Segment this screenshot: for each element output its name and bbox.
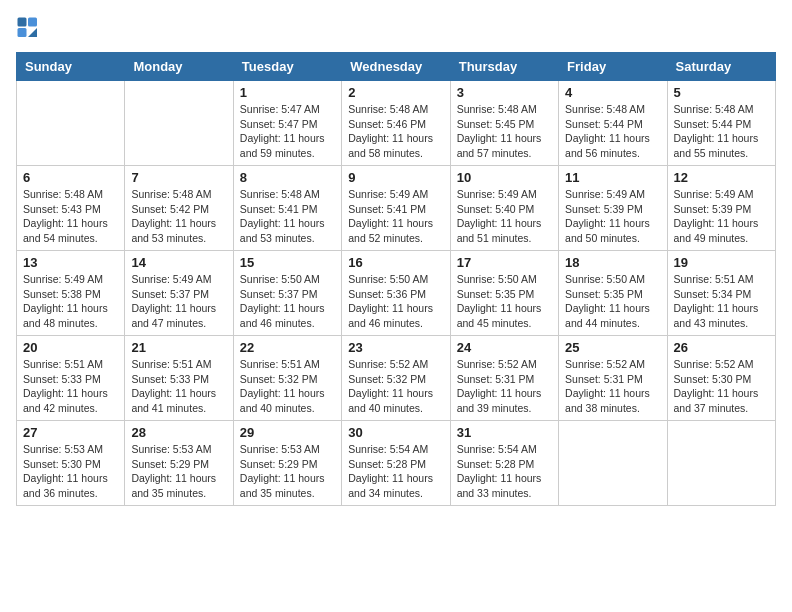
day-info: Sunrise: 5:50 AMSunset: 5:36 PMDaylight:… bbox=[348, 272, 443, 331]
calendar-day-cell: 26Sunrise: 5:52 AMSunset: 5:30 PMDayligh… bbox=[667, 336, 775, 421]
weekday-header: Wednesday bbox=[342, 53, 450, 81]
day-info: Sunrise: 5:48 AMSunset: 5:43 PMDaylight:… bbox=[23, 187, 118, 246]
calendar-day-cell: 14Sunrise: 5:49 AMSunset: 5:37 PMDayligh… bbox=[125, 251, 233, 336]
day-info: Sunrise: 5:54 AMSunset: 5:28 PMDaylight:… bbox=[457, 442, 552, 501]
day-info: Sunrise: 5:49 AMSunset: 5:37 PMDaylight:… bbox=[131, 272, 226, 331]
weekday-header: Friday bbox=[559, 53, 667, 81]
svg-rect-1 bbox=[28, 18, 37, 27]
calendar-day-cell: 6Sunrise: 5:48 AMSunset: 5:43 PMDaylight… bbox=[17, 166, 125, 251]
day-info: Sunrise: 5:51 AMSunset: 5:34 PMDaylight:… bbox=[674, 272, 769, 331]
day-number: 27 bbox=[23, 425, 118, 440]
day-number: 22 bbox=[240, 340, 335, 355]
day-number: 16 bbox=[348, 255, 443, 270]
calendar-day-cell: 21Sunrise: 5:51 AMSunset: 5:33 PMDayligh… bbox=[125, 336, 233, 421]
day-number: 6 bbox=[23, 170, 118, 185]
day-info: Sunrise: 5:47 AMSunset: 5:47 PMDaylight:… bbox=[240, 102, 335, 161]
day-info: Sunrise: 5:53 AMSunset: 5:29 PMDaylight:… bbox=[240, 442, 335, 501]
day-info: Sunrise: 5:50 AMSunset: 5:35 PMDaylight:… bbox=[565, 272, 660, 331]
day-number: 9 bbox=[348, 170, 443, 185]
calendar-day-cell: 17Sunrise: 5:50 AMSunset: 5:35 PMDayligh… bbox=[450, 251, 558, 336]
svg-rect-2 bbox=[18, 28, 27, 37]
day-number: 4 bbox=[565, 85, 660, 100]
calendar-day-cell bbox=[559, 421, 667, 506]
day-info: Sunrise: 5:48 AMSunset: 5:44 PMDaylight:… bbox=[565, 102, 660, 161]
calendar-day-cell: 4Sunrise: 5:48 AMSunset: 5:44 PMDaylight… bbox=[559, 81, 667, 166]
day-info: Sunrise: 5:49 AMSunset: 5:38 PMDaylight:… bbox=[23, 272, 118, 331]
svg-rect-0 bbox=[18, 18, 27, 27]
day-number: 25 bbox=[565, 340, 660, 355]
calendar-day-cell: 30Sunrise: 5:54 AMSunset: 5:28 PMDayligh… bbox=[342, 421, 450, 506]
calendar-day-cell: 8Sunrise: 5:48 AMSunset: 5:41 PMDaylight… bbox=[233, 166, 341, 251]
day-info: Sunrise: 5:48 AMSunset: 5:44 PMDaylight:… bbox=[674, 102, 769, 161]
calendar-day-cell: 31Sunrise: 5:54 AMSunset: 5:28 PMDayligh… bbox=[450, 421, 558, 506]
calendar-day-cell: 23Sunrise: 5:52 AMSunset: 5:32 PMDayligh… bbox=[342, 336, 450, 421]
day-info: Sunrise: 5:54 AMSunset: 5:28 PMDaylight:… bbox=[348, 442, 443, 501]
calendar-day-cell: 13Sunrise: 5:49 AMSunset: 5:38 PMDayligh… bbox=[17, 251, 125, 336]
calendar-day-cell: 11Sunrise: 5:49 AMSunset: 5:39 PMDayligh… bbox=[559, 166, 667, 251]
weekday-header: Thursday bbox=[450, 53, 558, 81]
weekday-header: Saturday bbox=[667, 53, 775, 81]
calendar-day-cell: 20Sunrise: 5:51 AMSunset: 5:33 PMDayligh… bbox=[17, 336, 125, 421]
day-info: Sunrise: 5:49 AMSunset: 5:40 PMDaylight:… bbox=[457, 187, 552, 246]
calendar-header-row: SundayMondayTuesdayWednesdayThursdayFrid… bbox=[17, 53, 776, 81]
day-info: Sunrise: 5:52 AMSunset: 5:32 PMDaylight:… bbox=[348, 357, 443, 416]
calendar-day-cell: 24Sunrise: 5:52 AMSunset: 5:31 PMDayligh… bbox=[450, 336, 558, 421]
day-number: 31 bbox=[457, 425, 552, 440]
day-number: 19 bbox=[674, 255, 769, 270]
calendar-day-cell: 19Sunrise: 5:51 AMSunset: 5:34 PMDayligh… bbox=[667, 251, 775, 336]
day-info: Sunrise: 5:52 AMSunset: 5:31 PMDaylight:… bbox=[565, 357, 660, 416]
day-number: 2 bbox=[348, 85, 443, 100]
day-number: 7 bbox=[131, 170, 226, 185]
day-info: Sunrise: 5:53 AMSunset: 5:30 PMDaylight:… bbox=[23, 442, 118, 501]
day-number: 13 bbox=[23, 255, 118, 270]
calendar-day-cell: 16Sunrise: 5:50 AMSunset: 5:36 PMDayligh… bbox=[342, 251, 450, 336]
calendar-day-cell: 5Sunrise: 5:48 AMSunset: 5:44 PMDaylight… bbox=[667, 81, 775, 166]
day-number: 18 bbox=[565, 255, 660, 270]
day-number: 11 bbox=[565, 170, 660, 185]
day-number: 17 bbox=[457, 255, 552, 270]
calendar-day-cell: 28Sunrise: 5:53 AMSunset: 5:29 PMDayligh… bbox=[125, 421, 233, 506]
day-info: Sunrise: 5:49 AMSunset: 5:39 PMDaylight:… bbox=[674, 187, 769, 246]
weekday-header: Sunday bbox=[17, 53, 125, 81]
day-number: 15 bbox=[240, 255, 335, 270]
day-info: Sunrise: 5:53 AMSunset: 5:29 PMDaylight:… bbox=[131, 442, 226, 501]
day-info: Sunrise: 5:52 AMSunset: 5:31 PMDaylight:… bbox=[457, 357, 552, 416]
calendar-day-cell: 15Sunrise: 5:50 AMSunset: 5:37 PMDayligh… bbox=[233, 251, 341, 336]
calendar-day-cell: 2Sunrise: 5:48 AMSunset: 5:46 PMDaylight… bbox=[342, 81, 450, 166]
day-info: Sunrise: 5:50 AMSunset: 5:37 PMDaylight:… bbox=[240, 272, 335, 331]
calendar-week-row: 6Sunrise: 5:48 AMSunset: 5:43 PMDaylight… bbox=[17, 166, 776, 251]
calendar-day-cell: 3Sunrise: 5:48 AMSunset: 5:45 PMDaylight… bbox=[450, 81, 558, 166]
day-info: Sunrise: 5:51 AMSunset: 5:33 PMDaylight:… bbox=[131, 357, 226, 416]
day-info: Sunrise: 5:51 AMSunset: 5:33 PMDaylight:… bbox=[23, 357, 118, 416]
day-number: 29 bbox=[240, 425, 335, 440]
day-number: 24 bbox=[457, 340, 552, 355]
calendar-day-cell bbox=[125, 81, 233, 166]
day-info: Sunrise: 5:51 AMSunset: 5:32 PMDaylight:… bbox=[240, 357, 335, 416]
calendar-day-cell: 27Sunrise: 5:53 AMSunset: 5:30 PMDayligh… bbox=[17, 421, 125, 506]
calendar-day-cell: 9Sunrise: 5:49 AMSunset: 5:41 PMDaylight… bbox=[342, 166, 450, 251]
day-info: Sunrise: 5:52 AMSunset: 5:30 PMDaylight:… bbox=[674, 357, 769, 416]
day-number: 30 bbox=[348, 425, 443, 440]
calendar-week-row: 13Sunrise: 5:49 AMSunset: 5:38 PMDayligh… bbox=[17, 251, 776, 336]
day-number: 3 bbox=[457, 85, 552, 100]
calendar-day-cell: 22Sunrise: 5:51 AMSunset: 5:32 PMDayligh… bbox=[233, 336, 341, 421]
calendar-table: SundayMondayTuesdayWednesdayThursdayFrid… bbox=[16, 52, 776, 506]
calendar-day-cell: 10Sunrise: 5:49 AMSunset: 5:40 PMDayligh… bbox=[450, 166, 558, 251]
calendar-day-cell: 29Sunrise: 5:53 AMSunset: 5:29 PMDayligh… bbox=[233, 421, 341, 506]
svg-marker-3 bbox=[28, 28, 37, 37]
day-number: 26 bbox=[674, 340, 769, 355]
page-header bbox=[16, 16, 776, 40]
calendar-week-row: 27Sunrise: 5:53 AMSunset: 5:30 PMDayligh… bbox=[17, 421, 776, 506]
day-number: 21 bbox=[131, 340, 226, 355]
logo-icon bbox=[16, 16, 40, 40]
day-number: 1 bbox=[240, 85, 335, 100]
day-number: 12 bbox=[674, 170, 769, 185]
day-number: 14 bbox=[131, 255, 226, 270]
calendar-week-row: 1Sunrise: 5:47 AMSunset: 5:47 PMDaylight… bbox=[17, 81, 776, 166]
day-number: 8 bbox=[240, 170, 335, 185]
logo bbox=[16, 16, 44, 40]
weekday-header: Tuesday bbox=[233, 53, 341, 81]
day-info: Sunrise: 5:49 AMSunset: 5:39 PMDaylight:… bbox=[565, 187, 660, 246]
day-info: Sunrise: 5:49 AMSunset: 5:41 PMDaylight:… bbox=[348, 187, 443, 246]
calendar-day-cell: 18Sunrise: 5:50 AMSunset: 5:35 PMDayligh… bbox=[559, 251, 667, 336]
